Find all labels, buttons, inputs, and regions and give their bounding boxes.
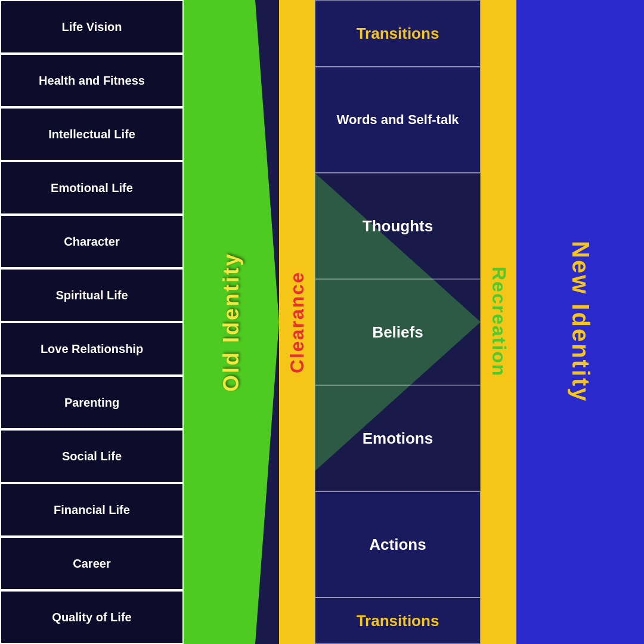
green-arrow-column: Old Identity [184,0,279,644]
clearance-label: Clearance [286,271,308,373]
thoughts-cell: Thoughts [315,173,481,279]
yellow-clearance-column: Clearance [279,0,315,644]
mid-cells-wrapper: Transitions Words and Self-talk Thoughts… [315,0,481,644]
left-cell-emotional: Emotional Life [0,161,184,215]
left-cell-quality: Quality of Life [0,590,184,644]
left-cell-intellectual: Intellectual Life [0,107,184,161]
emotions-cell: Emotions [315,385,481,491]
words-self-talk-cell: Words and Self-talk [315,67,481,173]
recreation-column: Recreation [481,0,516,644]
actions-cell: Actions [315,491,481,597]
left-cell-spiritual: Spiritual Life [0,268,184,322]
left-cell-health: Health and Fitness [0,54,184,107]
middle-column: Transitions Words and Self-talk Thoughts… [315,0,481,644]
new-identity-label: New Identity [567,241,594,403]
left-cell-career: Career [0,537,184,590]
main-container: Life Vision Health and Fitness Intellect… [0,0,644,644]
left-column: Life Vision Health and Fitness Intellect… [0,0,184,644]
left-cell-financial: Financial Life [0,483,184,537]
left-cell-love: Love Relationship [0,322,184,376]
new-identity-column: New Identity [516,0,644,644]
top-transitions-cell: Transitions [315,0,481,67]
bottom-transitions-cell: Transitions [315,597,481,644]
beliefs-cell: Beliefs [315,279,481,385]
left-cell-life-vision: Life Vision [0,0,184,54]
old-identity-label: Old Identity [219,252,244,392]
left-cell-character: Character [0,215,184,268]
left-cell-parenting: Parenting [0,376,184,429]
left-cell-social: Social Life [0,429,184,483]
recreation-label: Recreation [488,267,510,377]
